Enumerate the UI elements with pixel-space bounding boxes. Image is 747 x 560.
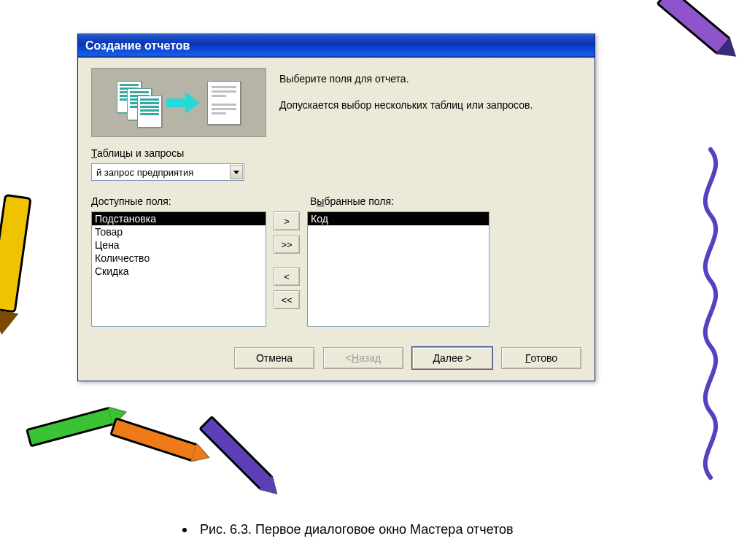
report-page-icon	[207, 81, 241, 125]
crayon-yellow-decoration	[0, 194, 38, 343]
remove-all-fields-button[interactable]: <<	[274, 290, 300, 309]
selected-fields-listbox[interactable]: Код	[307, 211, 489, 327]
crayon-purple-top-decoration	[656, 0, 732, 55]
add-all-fields-button[interactable]: >>	[274, 235, 300, 254]
titlebar: Создание отчетов	[78, 34, 595, 58]
crayons-bottom-left-decoration	[20, 405, 315, 485]
available-fields-listbox[interactable]: ПодстановкаТоварЦенаКоличествоСкидка	[91, 211, 266, 327]
back-button: < Назад	[323, 347, 403, 369]
dialog-title: Создание отчетов	[85, 39, 190, 52]
add-field-button[interactable]: >	[274, 211, 300, 230]
list-item[interactable]: Цена	[92, 238, 266, 252]
remove-field-button[interactable]: <	[274, 267, 300, 286]
combobox-dropdown-button[interactable]	[230, 165, 243, 179]
intro-text: Выберите поля для отчета. Допускается вы…	[279, 68, 533, 124]
list-item[interactable]: Подстановка	[92, 212, 266, 225]
selected-fields-label: Выбранные поля:	[310, 195, 489, 207]
report-wizard-dialog: Создание отчетов Выберите поля для отчет…	[77, 34, 595, 381]
available-fields-label: Доступные поля:	[91, 195, 266, 207]
tables-queries-label: Таблицы и запросы	[91, 147, 581, 159]
finish-button[interactable]: Готово	[501, 347, 581, 369]
list-item[interactable]: Количество	[92, 252, 266, 265]
wizard-illustration	[91, 68, 266, 137]
arrow-icon	[166, 92, 201, 114]
tables-queries-combobox[interactable]: й запрос предприятия	[91, 163, 244, 181]
list-item[interactable]: Товар	[92, 225, 266, 238]
list-item[interactable]: Скидка	[92, 265, 266, 278]
squiggle-decoration	[689, 146, 732, 481]
combobox-value: й запрос предприятия	[96, 167, 193, 178]
list-item[interactable]: Код	[308, 212, 489, 225]
figure-caption: Рис. 6.3. Первое диалоговое окно Мастера…	[182, 522, 514, 537]
next-button[interactable]: Далее >	[412, 347, 492, 369]
cancel-button[interactable]: Отмена	[234, 347, 314, 369]
